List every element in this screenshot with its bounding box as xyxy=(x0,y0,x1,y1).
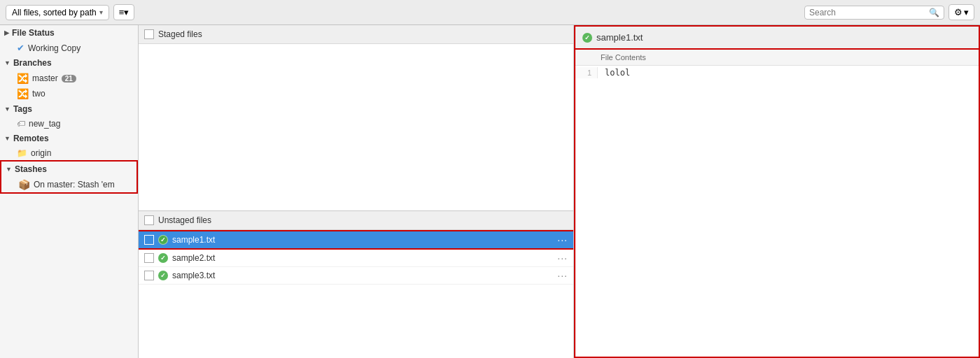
file-name: sample2.txt xyxy=(172,253,553,263)
unstaged-file-list: sample1.txt···sample2.txt···sample3.txt·… xyxy=(139,230,573,358)
staged-checkbox[interactable] xyxy=(144,29,154,39)
unstaged-checkbox[interactable] xyxy=(144,215,154,225)
file-checkbox[interactable] xyxy=(144,253,154,263)
unstaged-header: Unstaged files xyxy=(139,211,573,230)
main-layout: ▶ File Status ✔ Working Copy ▼ Branches … xyxy=(0,25,980,358)
remotes-triangle-icon: ▼ xyxy=(4,135,10,142)
preview-col-header: File Contents xyxy=(575,50,979,66)
file-status-icon xyxy=(158,271,168,280)
tag-icon: 🏷 xyxy=(17,119,25,129)
stashes-label: Stashes xyxy=(15,164,47,174)
tags-triangle-icon: ▼ xyxy=(4,106,10,113)
stash-item-label: On master: Stash 'em xyxy=(34,180,115,189)
preview-lines: 1lolol xyxy=(575,66,979,80)
toolbar: All files, sorted by path ▾ ≡ ▾ 🔍 ⚙ ▾ xyxy=(0,0,980,25)
file-row[interactable]: sample1.txt··· xyxy=(139,230,573,250)
toolbar-left: All files, sorted by path ▾ ≡ ▾ xyxy=(6,4,134,20)
branch-icon-master: 🔀 xyxy=(17,73,29,84)
sidebar-item-origin[interactable]: 📁 origin xyxy=(0,146,138,160)
unstaged-label: Unstaged files xyxy=(158,215,211,225)
file-row[interactable]: sample3.txt··· xyxy=(139,267,573,285)
list-icon: ≡ xyxy=(119,7,125,17)
staged-section: Staged files xyxy=(139,25,573,211)
remotes-label: Remotes xyxy=(13,134,49,143)
right-panel: sample1.txt File Contents 1lolol xyxy=(574,25,980,358)
file-name: sample3.txt xyxy=(172,271,553,280)
filter-chevron: ▾ xyxy=(99,8,103,16)
file-status-icon xyxy=(158,235,168,245)
gear-icon: ⚙ xyxy=(954,7,962,17)
preview-line: 1lolol xyxy=(575,66,979,80)
search-container: 🔍 xyxy=(804,6,944,20)
line-number: 1 xyxy=(575,67,598,78)
staged-label: Staged files xyxy=(158,29,202,39)
search-icon: 🔍 xyxy=(929,8,939,17)
sidebar-section-remotes[interactable]: ▼ Remotes xyxy=(0,131,138,146)
sidebar: ▶ File Status ✔ Working Copy ▼ Branches … xyxy=(0,25,139,358)
sidebar-item-working-copy[interactable]: ✔ Working Copy xyxy=(0,41,138,55)
master-badge: 21 xyxy=(62,75,76,83)
settings-btn[interactable]: ⚙ ▾ xyxy=(948,4,974,20)
staged-header: Staged files xyxy=(139,25,573,44)
file-row[interactable]: sample2.txt··· xyxy=(139,250,573,267)
preview-content: File Contents 1lolol xyxy=(574,50,980,358)
branches-triangle-icon: ▼ xyxy=(4,59,10,66)
file-status-label: File Status xyxy=(12,28,55,38)
filter-dropdown[interactable]: All files, sorted by path ▾ xyxy=(6,5,109,20)
origin-label: origin xyxy=(31,148,51,158)
remote-icon: 📁 xyxy=(17,148,27,158)
file-options-icon[interactable]: ··· xyxy=(557,270,568,281)
file-options-icon[interactable]: ··· xyxy=(557,252,568,264)
two-label: two xyxy=(32,89,46,99)
gear-chevron: ▾ xyxy=(964,7,969,17)
branches-label: Branches xyxy=(13,58,52,68)
unstaged-section: Unstaged files sample1.txt···sample2.txt… xyxy=(139,211,573,358)
triangle-icon: ▶ xyxy=(4,29,9,36)
file-name: sample1.txt xyxy=(172,235,553,245)
branch-icon-two: 🔀 xyxy=(17,88,29,99)
sidebar-item-new-tag[interactable]: 🏷 new_tag xyxy=(0,117,138,131)
preview-filename: sample1.txt xyxy=(596,32,643,43)
sidebar-item-two[interactable]: 🔀 two xyxy=(0,86,138,101)
stashes-triangle-icon: ▼ xyxy=(6,166,12,173)
list-chevron: ▾ xyxy=(124,7,129,17)
stash-icon: 📦 xyxy=(18,179,30,190)
stashes-section: ▼ Stashes 📦 On master: Stash 'em xyxy=(0,160,138,194)
list-view-btn[interactable]: ≡ ▾ xyxy=(113,4,135,20)
sidebar-section-file-status[interactable]: ▶ File Status xyxy=(0,25,138,41)
sidebar-section-tags[interactable]: ▼ Tags xyxy=(0,101,138,117)
file-options-icon[interactable]: ··· xyxy=(557,234,568,245)
working-copy-label: Working Copy xyxy=(28,43,80,53)
preview-header: sample1.txt xyxy=(574,25,980,50)
file-checkbox[interactable] xyxy=(144,271,154,280)
line-content: lolol xyxy=(598,68,630,78)
tags-label: Tags xyxy=(13,104,32,114)
sidebar-section-branches[interactable]: ▼ Branches xyxy=(0,55,138,71)
search-input[interactable] xyxy=(809,8,926,17)
filter-label: All files, sorted by path xyxy=(12,8,97,17)
working-copy-icon: ✔ xyxy=(17,43,24,53)
new-tag-label: new_tag xyxy=(29,119,60,129)
file-checkbox[interactable] xyxy=(144,235,154,245)
master-label: master xyxy=(32,73,58,83)
sidebar-item-stash[interactable]: 📦 On master: Stash 'em xyxy=(1,177,136,192)
sidebar-item-master[interactable]: 🔀 master 21 xyxy=(0,71,138,86)
preview-status-icon xyxy=(582,33,592,43)
file-status-icon xyxy=(158,253,168,263)
center-panel: Staged files Unstaged files sample1.txt·… xyxy=(139,25,574,358)
sidebar-section-stashes[interactable]: ▼ Stashes xyxy=(1,162,136,177)
